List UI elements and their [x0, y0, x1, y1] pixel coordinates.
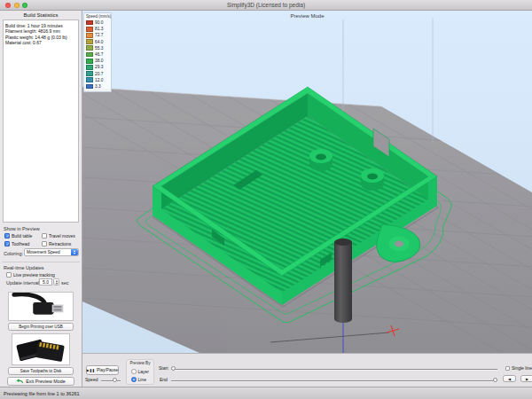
checkbox-build-table-box[interactable]	[4, 233, 10, 239]
legend-row: 12.0	[86, 77, 109, 83]
checkbox-toolhead-label: Toolhead	[12, 241, 29, 246]
statusbar: Previewing file from line 1 to 36261	[0, 387, 532, 399]
stat-material-cost: Material cost: 0.67	[5, 40, 76, 45]
checkbox-single-line-label: Single line only	[512, 365, 532, 371]
radio-line[interactable]: Line	[131, 377, 146, 382]
speed-label: Speed	[85, 377, 98, 382]
zoom-button[interactable]	[22, 3, 27, 8]
start-slider-knob[interactable]	[171, 366, 176, 371]
sd-card-drawing	[12, 333, 69, 365]
close-button[interactable]	[5, 3, 11, 8]
play-pause-icon: ▶❚❚	[87, 368, 95, 372]
left-panel: Build Statistics Build time: 1 hour 19 m…	[0, 11, 82, 387]
minimize-button[interactable]	[14, 3, 20, 8]
end-slider[interactable]	[171, 380, 497, 381]
checkbox-live-preview-tracking[interactable]: Live preview tracking	[6, 272, 55, 278]
radio-line-circle[interactable]	[131, 377, 137, 382]
sd-card-image	[12, 333, 70, 365]
step-forward-icon: ▶	[526, 377, 528, 381]
window-controls	[5, 3, 27, 8]
coloring-dropdown-value: Movement Speed	[27, 250, 60, 254]
checkbox-single-line[interactable]: Single line only	[505, 365, 532, 371]
coloring-label: Coloring:	[4, 251, 23, 256]
save-toolpaths-label: Save Toolpaths to Disk	[20, 369, 62, 373]
legend-row: 3.3	[86, 83, 109, 90]
checkbox-single-line-box[interactable]	[505, 366, 510, 371]
legend-swatch	[86, 33, 93, 38]
legend-swatch	[86, 39, 93, 44]
checkbox-travel-moves-label: Travel moves	[49, 233, 75, 239]
build-statistics-header: Build Statistics	[0, 11, 82, 18]
play-pause-button[interactable]: ▶❚❚ Play/Pause	[86, 365, 119, 375]
checkbox-retractions-label: Retractions	[49, 241, 71, 246]
checkbox-live-preview-label: Live preview tracking	[13, 272, 55, 278]
exit-preview-label: Exit Preview Mode	[26, 379, 66, 384]
checkbox-toolhead[interactable]: Toolhead	[4, 241, 29, 246]
legend-row: 20.7	[86, 71, 109, 77]
exit-preview-button[interactable]: Exit Preview Mode	[7, 377, 74, 386]
begin-printing-usb-label: Begin Printing over USB	[19, 325, 63, 329]
radio-layer[interactable]: Layer	[131, 369, 149, 374]
section-divider	[2, 262, 80, 262]
update-interval-field[interactable]: 5.0	[39, 278, 52, 286]
viewport-3d-scene[interactable]	[82, 11, 532, 353]
legend-swatch	[86, 20, 93, 26]
realtime-updates-label: Real-time Updates	[4, 265, 44, 270]
legend-swatch	[86, 45, 93, 51]
window-title: Simplify3D (Licensed to pedia)	[0, 0, 532, 11]
radio-line-label: Line	[138, 377, 146, 382]
save-toolpaths-button[interactable]: Save Toolpaths to Disk	[8, 367, 74, 375]
checkbox-live-preview-box[interactable]	[6, 272, 12, 278]
usb-cable-drawing	[9, 292, 73, 321]
dropdown-arrows-icon[interactable]	[71, 249, 78, 255]
legend-swatch	[86, 59, 93, 64]
speed-slider-knob[interactable]	[113, 378, 117, 382]
legend-row: 72.7	[86, 32, 109, 38]
exit-arrow-icon	[16, 379, 24, 384]
begin-printing-usb-button[interactable]: Begin Printing over USB	[8, 323, 74, 331]
preview-by-label: Preview By	[127, 361, 153, 365]
end-slider-knob[interactable]	[493, 378, 497, 382]
preview-controlbar: ▶❚❚ Play/Pause Speed Preview By Layer Li…	[82, 353, 532, 387]
legend-swatch	[86, 84, 93, 90]
usb-cable-image	[8, 292, 74, 321]
speed-legend: Speed (mm/s) 90.0 81.3 72.7 64.0 55.3 46…	[83, 12, 112, 92]
step-forward-button[interactable]: ▶	[520, 375, 532, 382]
toolhead-cylinder	[334, 239, 352, 323]
legend-title: Speed (mm/s)	[86, 14, 109, 19]
legend-row: 90.0	[86, 20, 109, 26]
speed-slider[interactable]	[101, 380, 121, 381]
update-interval-stepper[interactable]	[53, 278, 59, 286]
legend-row: 46.7	[86, 51, 109, 58]
checkbox-retractions[interactable]: Retractions	[42, 241, 71, 246]
play-pause-label: Play/Pause	[97, 368, 118, 372]
checkbox-travel-moves-box[interactable]	[42, 233, 47, 239]
legend-swatch	[86, 27, 93, 32]
checkbox-travel-moves[interactable]: Travel moves	[42, 233, 75, 239]
checkbox-build-table-label: Build table	[12, 233, 32, 239]
checkbox-build-table[interactable]: Build table	[4, 233, 32, 239]
legend-row: 38.0	[86, 58, 109, 64]
update-interval-label: Update interval:	[6, 280, 41, 286]
update-interval-unit: sec	[61, 280, 69, 286]
legend-swatch	[86, 77, 93, 82]
end-label: End	[160, 377, 168, 382]
coloring-dropdown[interactable]: Movement Speed	[24, 248, 79, 256]
radio-layer-circle[interactable]	[131, 369, 137, 374]
viewport[interactable]: Preview Mode Speed (mm/s) 90.0 81.3 72.7…	[82, 11, 532, 353]
legend-swatch	[86, 52, 93, 58]
app-window: Simplify3D (Licensed to pedia) Build Sta…	[0, 0, 532, 399]
step-back-icon: ◀	[508, 377, 511, 381]
step-back-button[interactable]: ◀	[503, 375, 516, 382]
titlebar: Simplify3D (Licensed to pedia)	[0, 0, 532, 11]
main-area: Preview Mode Speed (mm/s) 90.0 81.3 72.7…	[82, 11, 532, 387]
checkbox-retractions-box[interactable]	[42, 241, 47, 246]
start-label: Start	[159, 365, 168, 371]
legend-swatch	[86, 65, 93, 70]
legend-row: 64.0	[86, 39, 109, 45]
standoff-boss-2	[361, 168, 384, 191]
build-statistics-box: Build time: 1 hour 19 minutes Filament l…	[3, 20, 79, 223]
start-slider[interactable]	[171, 369, 497, 370]
checkbox-toolhead-box[interactable]	[4, 241, 10, 246]
standoff-boss-1	[309, 149, 332, 171]
